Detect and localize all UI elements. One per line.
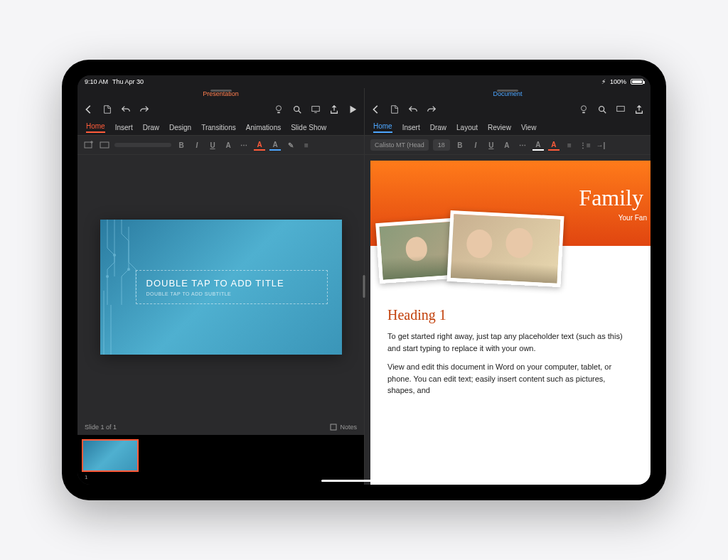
tips-icon[interactable] [273, 104, 284, 115]
bold-button[interactable]: B [176, 139, 187, 151]
slide-counter: Slide 1 of 1 [85, 424, 117, 431]
strike-button[interactable]: A [501, 139, 513, 151]
status-bar: 9:10 AM Thu Apr 30 ⚡︎ 100% [77, 75, 651, 88]
svg-point-1 [294, 107, 299, 112]
app-title-bar: Presentation [77, 88, 364, 99]
strike-button[interactable]: A [223, 139, 234, 151]
document-page[interactable]: Family Your Fan [370, 161, 651, 485]
tab-transitions[interactable]: Transitions [201, 124, 236, 131]
ipad-device-frame: 9:10 AM Thu Apr 30 ⚡︎ 100% Presentation [62, 60, 666, 500]
view-mode-icon[interactable] [615, 104, 626, 115]
highlight-button[interactable]: A [532, 139, 544, 151]
presenter-icon[interactable] [310, 104, 321, 115]
thumbnail-number: 1 [85, 474, 87, 480]
new-slide-icon[interactable] [83, 139, 95, 151]
ipad-screen: 9:10 AM Thu Apr 30 ⚡︎ 100% Presentation [77, 75, 651, 485]
main-toolbar [77, 99, 364, 119]
tab-home[interactable]: Home [86, 122, 105, 133]
slide-status-bar: Slide 1 of 1 Notes [77, 419, 364, 435]
home-indicator[interactable] [321, 480, 407, 482]
body-paragraph-1[interactable]: To get started right away, just tap any … [387, 330, 633, 354]
document-canvas[interactable]: Family Your Fan [365, 155, 651, 485]
new-file-icon[interactable] [102, 104, 113, 115]
highlight-button[interactable]: A [269, 139, 281, 151]
format-toolbar: Calisto MT (Head 18 B I U A ⋯ A A ≡ ⋮≡ →… [365, 135, 651, 155]
document-app: Document [364, 88, 651, 485]
heading-1[interactable]: Heading 1 [387, 307, 633, 323]
photo-2[interactable] [446, 210, 564, 287]
italic-button[interactable]: I [470, 139, 481, 151]
svg-rect-8 [331, 424, 336, 430]
undo-icon[interactable] [407, 104, 419, 115]
ribbon-tabs: Home Insert Draw Design Transitions Anim… [77, 119, 364, 135]
charging-icon: ⚡︎ [601, 78, 606, 85]
new-file-icon[interactable] [389, 104, 400, 115]
underline-button[interactable]: U [207, 139, 218, 151]
notes-label: Notes [340, 424, 357, 431]
tab-design[interactable]: Design [169, 124, 191, 131]
main-toolbar [365, 99, 651, 119]
multitask-handle[interactable] [210, 90, 232, 92]
svg-point-6 [106, 275, 109, 278]
title-placeholder[interactable]: DOUBLE TAP TO ADD TITLE DOUBLE TAP TO AD… [136, 270, 328, 304]
circuit-decoration [100, 220, 143, 355]
tab-view[interactable]: View [521, 124, 537, 131]
tab-draw[interactable]: Draw [430, 124, 446, 131]
tab-home[interactable]: Home [373, 122, 392, 133]
svg-point-0 [277, 106, 282, 111]
indent-icon[interactable]: →| [595, 139, 606, 151]
format-toolbar: B I U A ⋯ A A ✎ ≡ [77, 135, 364, 155]
font-size-selector[interactable]: 18 [433, 139, 450, 151]
more-format-icon[interactable]: ⋯ [238, 139, 250, 151]
underline-button[interactable]: U [486, 139, 497, 151]
photo-collage [370, 220, 651, 291]
search-icon[interactable] [596, 104, 608, 115]
undo-icon[interactable] [120, 104, 132, 115]
font-color-button[interactable]: A [254, 139, 265, 151]
app-title-bar: Document [365, 88, 651, 99]
tab-slideshow[interactable]: Slide Show [291, 124, 326, 131]
font-color-button[interactable]: A [548, 139, 560, 151]
italic-button[interactable]: I [191, 139, 203, 151]
back-icon[interactable] [83, 104, 95, 115]
battery-icon [631, 79, 643, 85]
clear-format-icon[interactable]: ✎ [285, 139, 296, 151]
tab-draw[interactable]: Draw [143, 124, 159, 131]
more-format-icon[interactable]: ⋯ [517, 139, 528, 151]
split-view-divider[interactable] [363, 275, 365, 298]
tab-insert[interactable]: Insert [115, 124, 133, 131]
status-time: 9:10 AM [85, 78, 108, 85]
bullets-icon[interactable]: ≡ [564, 139, 575, 151]
bullets-icon[interactable]: ≡ [301, 139, 312, 151]
play-icon[interactable] [347, 104, 358, 115]
font-selector[interactable]: Calisto MT (Head [370, 139, 429, 151]
notes-icon [330, 424, 337, 431]
share-icon[interactable] [633, 104, 645, 115]
tab-animations[interactable]: Animations [246, 124, 281, 131]
presentation-app: Presentation [77, 88, 364, 485]
doc-title[interactable]: Family [579, 185, 651, 211]
layout-icon[interactable] [99, 139, 110, 151]
redo-icon[interactable] [426, 104, 437, 115]
redo-icon[interactable] [139, 104, 150, 115]
notes-button[interactable]: Notes [330, 424, 357, 431]
body-paragraph-2[interactable]: View and edit this document in Word on y… [387, 361, 633, 397]
document-body[interactable]: Heading 1 To get started right away, jus… [370, 291, 651, 419]
search-icon[interactable] [291, 104, 303, 115]
multitask-handle[interactable] [497, 90, 518, 92]
tab-insert[interactable]: Insert [402, 124, 420, 131]
bold-button[interactable]: B [454, 139, 466, 151]
slide-thumbnail-1[interactable]: 1 [82, 439, 139, 472]
svg-rect-4 [100, 142, 109, 148]
slide-1[interactable]: DOUBLE TAP TO ADD TITLE DOUBLE TAP TO AD… [100, 220, 342, 355]
numbering-icon[interactable]: ⋮≡ [579, 139, 591, 151]
tab-layout[interactable]: Layout [456, 124, 478, 131]
slide-canvas[interactable]: DOUBLE TAP TO ADD TITLE DOUBLE TAP TO AD… [77, 155, 364, 419]
share-icon[interactable] [328, 104, 340, 115]
svg-point-7 [127, 268, 130, 271]
tips-icon[interactable] [578, 104, 589, 115]
textbox-placeholder[interactable] [114, 143, 171, 147]
tab-review[interactable]: Review [488, 124, 511, 131]
split-view-container: Presentation [77, 88, 651, 485]
back-icon[interactable] [370, 104, 382, 115]
